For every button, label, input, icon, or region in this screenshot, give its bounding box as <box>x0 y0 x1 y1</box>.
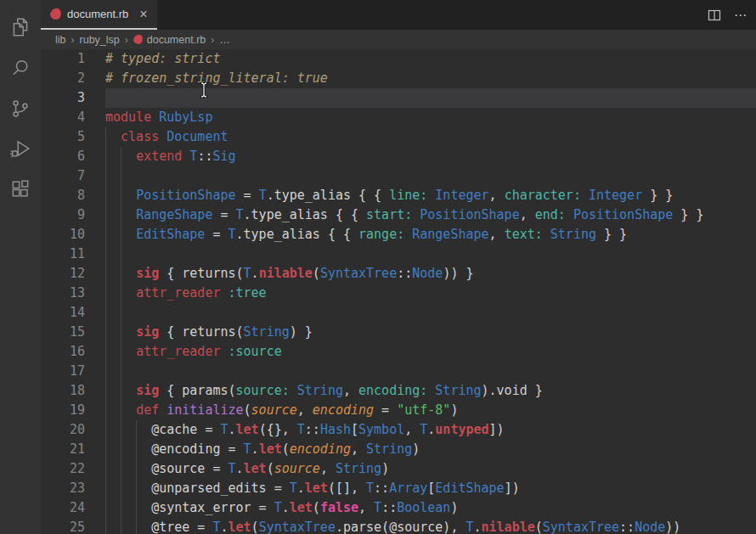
indent-guide <box>121 401 121 420</box>
breadcrumb-item-[interactable]: … <box>219 34 230 46</box>
breadcrumb-separator: › <box>125 34 128 46</box>
line-number[interactable]: 16 <box>41 342 105 362</box>
breadcrumb-item-ruby_lsp[interactable]: ruby_lsp <box>80 34 120 46</box>
code-line-23[interactable]: 23 @unparsed_edits = T.let([], T::Array[… <box>41 479 756 498</box>
indent-guide <box>121 166 121 186</box>
code-line-8[interactable]: 8 PositionShape = T.type_alias { { line:… <box>41 186 756 205</box>
indent-guide <box>105 303 106 323</box>
indent-guide <box>105 225 106 245</box>
activity-item-extensions[interactable] <box>0 170 41 211</box>
indent-guide <box>136 479 137 498</box>
code-line-16[interactable]: 16 attr_reader :source <box>41 342 756 362</box>
code-line-17[interactable]: 17 <box>41 362 756 381</box>
line-number[interactable]: 22 <box>41 459 105 479</box>
line-number[interactable]: 7 <box>41 166 105 186</box>
line-number[interactable]: 21 <box>41 440 105 459</box>
indent-guide <box>105 147 106 166</box>
code-line-21[interactable]: 21 @encoding = T.let(encoding, String) <box>41 440 756 459</box>
line-number[interactable]: 25 <box>41 518 105 534</box>
vscode-window: document.rb × ⋯ lib›ruby_lsp›document.rb… <box>0 0 756 534</box>
line-number[interactable]: 8 <box>41 186 105 205</box>
indent-guide <box>105 205 106 225</box>
code-line-3[interactable]: 3 <box>41 88 756 108</box>
code-line-12[interactable]: 12 sig { returns(T.nilable(SyntaxTree::N… <box>41 264 756 284</box>
code-line-7[interactable]: 7 <box>41 166 756 186</box>
activity-item-search[interactable] <box>0 48 41 88</box>
line-number[interactable]: 10 <box>41 225 105 245</box>
code-line-5[interactable]: 5 class Document <box>41 127 756 147</box>
breadcrumb-separator: › <box>211 34 214 46</box>
code-editor[interactable]: 1# typed: strict2# frozen_string_literal… <box>41 49 756 534</box>
line-number[interactable]: 19 <box>41 401 105 420</box>
indent-guide <box>105 186 106 205</box>
editor-actions: ⋯ <box>708 0 756 30</box>
line-number[interactable]: 20 <box>41 420 105 440</box>
more-actions-icon[interactable]: ⋯ <box>734 8 748 23</box>
run-and-debug-icon <box>9 138 31 160</box>
activity-item-source-control[interactable] <box>0 88 41 129</box>
code-line-4[interactable]: 4module RubyLsp <box>41 108 756 127</box>
line-number[interactable]: 15 <box>41 323 105 342</box>
indent-guide <box>121 479 121 498</box>
indent-guide <box>105 166 106 186</box>
breadcrumb-item-document.rb[interactable]: document.rb <box>133 34 206 46</box>
activity-item-run-debug[interactable] <box>0 129 41 170</box>
code-line-18[interactable]: 18 sig { params(source: String, encoding… <box>41 381 756 401</box>
code-line-15[interactable]: 15 sig { returns(String) } <box>41 323 756 342</box>
code-line-22[interactable]: 22 @source = T.let(source, String) <box>41 459 756 479</box>
tab-document-rb[interactable]: document.rb × <box>41 0 157 30</box>
indent-guide <box>105 401 106 420</box>
line-number[interactable]: 4 <box>41 108 105 127</box>
line-number[interactable]: 9 <box>41 205 105 225</box>
line-number[interactable]: 5 <box>41 127 105 147</box>
line-number[interactable]: 14 <box>41 303 105 323</box>
breadcrumb-separator: › <box>71 34 75 46</box>
code-line-9[interactable]: 9 RangeShape = T.type_alias { { start: P… <box>41 205 756 225</box>
indent-guide <box>121 147 121 166</box>
indent-guide <box>121 498 121 518</box>
indent-guide <box>121 225 121 245</box>
split-editor-icon[interactable] <box>708 8 721 22</box>
indent-guide <box>105 381 106 401</box>
line-number[interactable]: 24 <box>41 498 105 518</box>
indent-guide <box>121 303 121 323</box>
activity-bar <box>0 0 41 534</box>
line-number[interactable]: 18 <box>41 381 105 401</box>
line-number[interactable]: 11 <box>41 245 105 264</box>
breadcrumb: lib›ruby_lsp›document.rb›… <box>41 30 756 49</box>
line-number[interactable]: 13 <box>41 284 105 303</box>
code-line-2[interactable]: 2# frozen_string_literal: true <box>41 69 756 88</box>
code-line-10[interactable]: 10 EditShape = T.type_alias { { range: R… <box>41 225 756 245</box>
code-line-1[interactable]: 1# typed: strict <box>41 49 756 69</box>
code-line-19[interactable]: 19 def initialize(source, encoding = "ut… <box>41 401 756 420</box>
line-number[interactable]: 1 <box>41 49 105 69</box>
code-line-25[interactable]: 25 @tree = T.let(SyntaxTree.parse(@sourc… <box>41 518 756 534</box>
indent-guide <box>105 420 106 440</box>
indent-guide <box>121 440 121 459</box>
line-number[interactable]: 3 <box>41 88 105 108</box>
line-number[interactable]: 23 <box>41 479 105 498</box>
indent-guide <box>121 362 121 381</box>
line-number[interactable]: 17 <box>41 362 105 381</box>
source-control-icon <box>9 98 31 120</box>
code-line-14[interactable]: 14 <box>41 303 756 323</box>
activity-item-explorer[interactable] <box>0 7 41 48</box>
close-icon[interactable]: × <box>139 8 147 21</box>
code-line-24[interactable]: 24 @syntax_error = T.let(false, T::Boole… <box>41 498 756 518</box>
code-line-11[interactable]: 11 <box>41 245 756 264</box>
line-number[interactable]: 12 <box>41 264 105 284</box>
code-line-20[interactable]: 20 @cache = T.let({}, T::Hash[Symbol, T.… <box>41 420 756 440</box>
indent-guide <box>136 440 137 459</box>
code-line-13[interactable]: 13 attr_reader :tree <box>41 284 756 303</box>
ruby-file-icon <box>133 34 144 45</box>
tab-bar: document.rb × ⋯ <box>41 0 756 30</box>
line-number[interactable]: 2 <box>41 69 105 88</box>
indent-guide <box>136 518 137 534</box>
extensions-icon <box>9 179 31 201</box>
indent-guide <box>105 498 106 518</box>
breadcrumb-item-lib[interactable]: lib <box>55 34 66 46</box>
tab-label: document.rb <box>67 8 128 20</box>
line-number[interactable]: 6 <box>41 147 105 166</box>
code-line-6[interactable]: 6 extend T::Sig <box>41 147 756 166</box>
indent-guide <box>121 284 121 303</box>
